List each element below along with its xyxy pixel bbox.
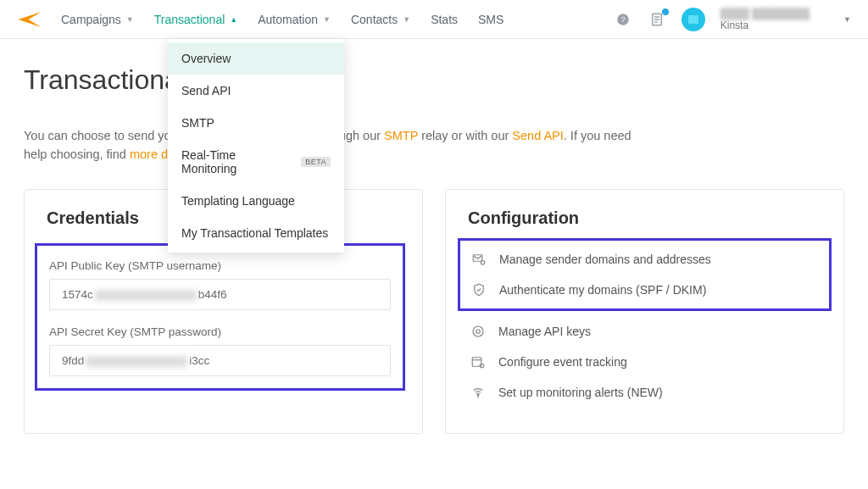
redacted-icon (86, 356, 187, 367)
key-icon (470, 323, 487, 340)
config-label: Authenticate my domains (SPF / DKIM) (499, 283, 706, 297)
top-nav: Campaigns ▼ Transactional ▲ Automation ▼… (0, 0, 868, 39)
config-list: Manage sender domains and addresses Auth… (468, 243, 821, 408)
dropdown-rtm[interactable]: Real-Time Monitoring BETA (168, 139, 344, 185)
cards-row: Credentials API Public Key (SMTP usernam… (24, 189, 844, 434)
dropdown-label: Send API (181, 84, 231, 97)
config-label: Manage sender domains and addresses (499, 253, 711, 266)
transactional-dropdown: Overview Send API SMTP Real-Time Monitor… (168, 39, 344, 253)
notifications-icon[interactable] (648, 10, 666, 29)
nav-campaigns[interactable]: Campaigns ▼ (61, 13, 134, 26)
config-event-tracking[interactable]: Configure event tracking (468, 347, 821, 377)
dropdown-templating[interactable]: Templating Language (168, 185, 344, 217)
config-authenticate[interactable]: Authenticate my domains (SPF / DKIM) (469, 275, 821, 305)
svg-point-8 (473, 326, 483, 336)
page-title: Transactional (24, 64, 844, 96)
svg-point-12 (480, 364, 484, 368)
dropdown-label: Templating Language (181, 194, 295, 208)
avatar[interactable] (682, 8, 705, 31)
svg-point-9 (476, 330, 481, 334)
nav-stats[interactable]: Stats (431, 13, 458, 26)
secret-key-label: API Secret Key (SMTP password) (49, 325, 391, 338)
nav-label: Stats (431, 13, 458, 26)
key-prefix: 9fdd (62, 354, 84, 367)
svg-point-7 (481, 261, 485, 265)
dropdown-label: Real-Time Monitoring (181, 148, 294, 175)
nav-menu: Campaigns ▼ Transactional ▲ Automation ▼… (61, 13, 614, 26)
key-prefix: 1574c (62, 288, 93, 301)
nav-label: SMS (478, 13, 504, 26)
config-label: Configure event tracking (498, 355, 627, 369)
configuration-card: Configuration Manage sender domains and … (445, 189, 844, 434)
dropdown-smtp[interactable]: SMTP (168, 107, 344, 139)
chevron-down-icon[interactable]: ▼ (843, 15, 851, 24)
nav-label: Transactional (154, 13, 225, 26)
public-key-field[interactable]: 1574cb44f6 (49, 279, 391, 310)
nav-automation[interactable]: Automation ▼ (258, 13, 331, 26)
config-label: Set up monitoring alerts (NEW) (498, 386, 663, 399)
calendar-gear-icon (470, 353, 487, 370)
svg-rect-6 (473, 255, 482, 262)
chevron-down-icon: ▼ (126, 15, 134, 24)
dropdown-label: My Transactional Templates (181, 226, 328, 240)
dropdown-label: Overview (181, 52, 231, 65)
nav-sms[interactable]: SMS (478, 13, 504, 26)
config-api-keys[interactable]: Manage API keys (468, 316, 821, 347)
dropdown-send-api[interactable]: Send API (168, 75, 344, 107)
nav-label: Automation (258, 13, 318, 26)
config-label: Manage API keys (498, 325, 591, 338)
secret-key-field[interactable]: 9fddi3cc (49, 345, 391, 376)
credentials-highlight: API Public Key (SMTP username) 1574cb44f… (35, 243, 405, 391)
nav-label: Contacts (351, 13, 398, 26)
key-suffix: b44f6 (198, 288, 227, 301)
dropdown-overview[interactable]: Overview (168, 42, 344, 75)
antenna-icon (470, 384, 487, 401)
nav-contacts[interactable]: Contacts ▼ (351, 13, 410, 26)
account-name-redacted: ████ ████████ (721, 8, 810, 19)
chevron-up-icon: ▲ (230, 15, 237, 24)
envelope-gear-icon (470, 251, 487, 268)
config-highlight: Manage sender domains and addresses Auth… (458, 238, 832, 311)
chevron-down-icon: ▼ (323, 15, 331, 24)
config-manage-domains[interactable]: Manage sender domains and addresses (469, 244, 821, 275)
notification-dot-icon (662, 8, 669, 15)
shield-check-icon (470, 281, 487, 298)
beta-badge: BETA (301, 157, 331, 167)
dropdown-my-templates[interactable]: My Transactional Templates (168, 217, 344, 249)
nav-transactional[interactable]: Transactional ▲ (154, 13, 237, 26)
public-key-label: API Public Key (SMTP username) (49, 259, 391, 272)
redacted-icon (95, 290, 197, 301)
smtp-link[interactable]: SMTP (384, 129, 418, 142)
topbar-right: ? ████ ████████ Kinsta ▼ (614, 8, 851, 31)
page-body: Transactional You can choose to send you… (0, 39, 868, 442)
account-org: Kinsta (721, 19, 810, 31)
send-api-link[interactable]: Send API (512, 129, 563, 142)
key-suffix: i3cc (189, 354, 209, 367)
config-monitoring-alerts[interactable]: Set up monitoring alerts (NEW) (468, 377, 821, 408)
nav-label: Campaigns (61, 13, 121, 26)
dropdown-label: SMTP (181, 116, 214, 130)
logo[interactable] (17, 7, 42, 32)
svg-text:?: ? (620, 15, 625, 24)
intro-part: relay or with our (418, 129, 512, 142)
help-icon[interactable]: ? (614, 10, 632, 29)
account-block[interactable]: ████ ████████ Kinsta (721, 8, 810, 31)
chevron-down-icon: ▼ (403, 15, 410, 24)
configuration-heading: Configuration (468, 208, 821, 228)
